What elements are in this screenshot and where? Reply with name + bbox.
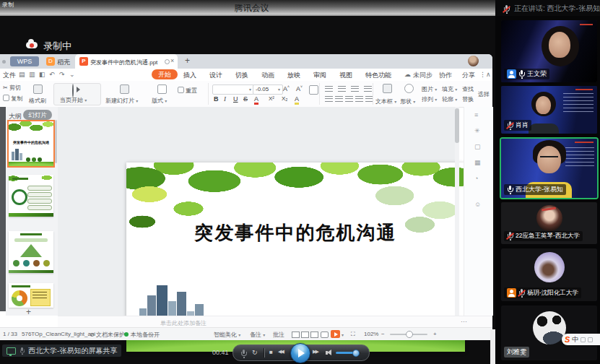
bullets-icon[interactable] — [325, 86, 333, 92]
smart-beautify-button[interactable]: 智能美化 ▾ — [214, 331, 240, 339]
align-left-icon[interactable] — [325, 96, 333, 102]
document-tab[interactable]: P 突发事件中的危机沟通.ppt × — [75, 54, 178, 69]
clear-format-icon[interactable] — [309, 85, 318, 95]
outline-button[interactable]: 轮廓 ▾ — [442, 95, 457, 103]
font-color-button[interactable]: A — [254, 95, 258, 105]
underline-button[interactable]: U — [233, 95, 238, 103]
tab-transition[interactable]: 切换 — [235, 71, 248, 80]
font-name-select[interactable]: ▾ — [212, 84, 254, 95]
panel-tab-slides[interactable]: 幻灯片 — [23, 110, 52, 120]
panel-scrollbar[interactable] — [55, 120, 57, 163]
find-button[interactable]: 查找 — [462, 85, 474, 93]
participant-tile[interactable]: 22应急王英琴-西北大学 — [501, 202, 597, 244]
textbox-button[interactable]: 文本框 ▾ — [375, 98, 396, 105]
strikethrough-button[interactable]: S — [243, 95, 248, 103]
participant-tile[interactable]: 王文荣 — [501, 20, 597, 82]
sogou-logo-icon[interactable]: S — [565, 335, 570, 344]
normal-view-icon[interactable] — [292, 332, 300, 338]
rail-beautify-icon[interactable]: ✳ — [474, 127, 480, 134]
picture-button[interactable]: 图片 ▾ — [422, 85, 437, 93]
increase-font-icon[interactable]: A˄ — [283, 84, 290, 92]
loop-icon[interactable]: ↻ — [252, 349, 258, 356]
notes-placeholder[interactable]: 单击此处添加备注 — [160, 319, 206, 327]
undo-icon[interactable]: ↶ — [49, 71, 55, 78]
slideshow-play-button[interactable] — [331, 330, 340, 338]
handout-icon[interactable] — [321, 332, 329, 338]
protection-status[interactable]: ⊘ 文档未保护 — [90, 331, 125, 339]
comment-button[interactable]: 批注 — [273, 331, 284, 339]
panel-tab-outline[interactable]: 大纲 — [9, 112, 22, 121]
tab-review[interactable]: 审阅 — [313, 71, 326, 80]
notes-more-icon[interactable]: ··· — [461, 318, 467, 325]
subscript-button[interactable]: X₂ — [282, 95, 287, 102]
justify-icon[interactable] — [355, 96, 363, 102]
tab-animation[interactable]: 动画 — [261, 71, 274, 80]
ime-bar[interactable]: S 中 — [562, 334, 600, 345]
format-painter-icon[interactable] — [33, 84, 43, 94]
bold-button[interactable]: B — [214, 95, 219, 103]
redo-icon[interactable]: ↷ — [59, 71, 65, 78]
wps-home-button[interactable]: WPS — [10, 56, 39, 66]
notes-bar[interactable]: 单击此处添加备注 ··· — [58, 316, 492, 328]
account-avatar[interactable] — [468, 56, 479, 66]
menu-file[interactable]: 文件 — [3, 71, 16, 80]
player-mic-icon[interactable] — [240, 350, 247, 358]
participant-tile[interactable]: 杨玥-沈阳化工大学 — [501, 248, 597, 301]
play-from-current-button[interactable]: 当页开始 ▾ — [53, 83, 101, 105]
print-icon[interactable]: ▥ — [29, 71, 35, 78]
decrease-indent-icon[interactable] — [351, 86, 359, 92]
decrease-font-icon[interactable]: A˅ — [296, 84, 303, 92]
collapse-ribbon-icon[interactable]: ∧ — [486, 71, 491, 78]
slide-thumbnail-1[interactable]: 突发事件中的危机沟通 — [9, 121, 53, 166]
slide-thumbnail-4[interactable] — [9, 283, 53, 308]
tab-special-features[interactable]: 特色功能 — [365, 71, 391, 80]
highlight-button[interactable]: A — [295, 95, 299, 105]
save-icon[interactable]: ▤ — [19, 71, 25, 78]
select-button[interactable]: 选择 — [478, 90, 490, 98]
participant-tile[interactable]: 肖肖 — [501, 86, 597, 134]
layout-icon[interactable] — [157, 84, 167, 94]
layout-button[interactable]: 版式 ▾ — [152, 97, 167, 105]
format-painter-button[interactable]: 格式刷 — [29, 97, 46, 105]
zoom-out-icon[interactable]: − — [381, 331, 385, 337]
sync-status[interactable]: 未同步 — [413, 71, 432, 80]
new-tab-button[interactable]: + — [185, 56, 190, 66]
more-actions-icon[interactable]: ⌄ — [69, 71, 75, 78]
fast-forward-button[interactable]: ▶▶ — [313, 349, 318, 355]
pin-icon[interactable] — [165, 59, 170, 64]
zoom-in-icon[interactable]: + — [433, 331, 437, 337]
slide-sorter-icon[interactable] — [301, 332, 309, 338]
replace-button[interactable]: 替换 — [462, 95, 474, 103]
zoom-slider-handle[interactable] — [406, 331, 413, 338]
rewind-button[interactable]: ◀◀ — [278, 349, 283, 355]
reset-button[interactable]: 重置 — [178, 87, 197, 95]
arrange-button[interactable]: 排列 ▾ — [422, 95, 437, 103]
add-slide-button[interactable]: + — [26, 307, 31, 317]
participant-tile-speaking[interactable]: 西北大学-张易知 — [501, 139, 597, 198]
font-size-select[interactable]: -0.05▾ — [253, 84, 283, 95]
increase-indent-icon[interactable] — [364, 86, 372, 92]
fill-button[interactable]: 填充 ▾ — [442, 85, 457, 93]
close-tab-icon[interactable]: × — [170, 57, 174, 64]
rail-animation-icon[interactable]: ▢ — [474, 143, 481, 150]
tab-design[interactable]: 设计 — [209, 71, 222, 80]
kebab-menu-icon[interactable]: ⋮ — [479, 71, 486, 78]
ime-tool-icon[interactable] — [588, 337, 593, 342]
export-icon[interactable]: ◧ — [39, 71, 45, 78]
rail-media-icon[interactable]: ▦ — [474, 159, 481, 166]
italic-button[interactable]: I — [224, 95, 226, 103]
titlebar[interactable]: 录制 腾讯会议 — [0, 0, 503, 16]
slideshow-caret-icon[interactable]: ▾ — [342, 332, 344, 337]
align-right-icon[interactable] — [345, 96, 353, 102]
reading-view-icon[interactable] — [310, 332, 318, 338]
textbox-icon[interactable] — [383, 84, 392, 93]
volume-handle[interactable] — [352, 350, 360, 357]
cut-button[interactable]: ✂ 剪切 — [3, 84, 21, 92]
tab-home[interactable]: 开始 — [152, 69, 178, 79]
rail-feedback-icon[interactable]: ☺ — [474, 201, 481, 208]
slide-thumbnail-2[interactable] — [9, 175, 53, 217]
play-button[interactable] — [290, 343, 310, 363]
shapes-icon[interactable] — [404, 84, 414, 93]
collaborate-button[interactable]: 协作 — [439, 71, 452, 80]
slide-thumbnail-3[interactable] — [9, 231, 53, 273]
